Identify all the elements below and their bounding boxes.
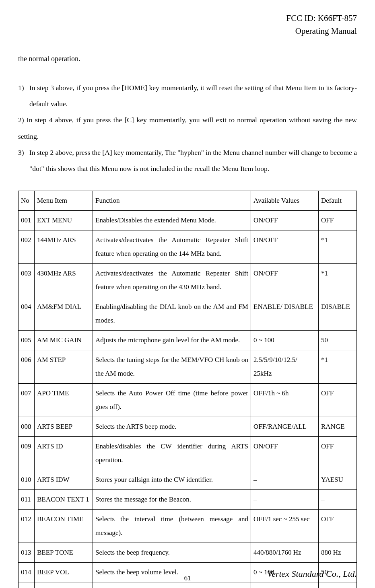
table-row: 003430MHz ARSActivates/deactivates the A… [19,264,357,297]
cell-menu-item: ARTS BEEP [35,417,93,437]
cell-default: *1 [319,230,357,264]
cell-function: Activates/deactivates the Automatic Repe… [93,264,251,297]
cell-no: 011 [19,490,35,510]
cell-available-values: 0 ~ 100 [251,331,319,350]
cell-default: *1 [319,264,357,297]
cell-menu-item: AM STEP [35,350,93,384]
cell-available-values: OFF/RANGE/ALL [251,417,319,437]
col-header-function: Function [93,191,251,211]
note-body: In step 3 above, if you press the [HOME]… [29,80,357,112]
cell-default: 0 Hz [319,582,357,588]
cell-function: Sets the Rx Carrier Point for LSB. [93,582,251,588]
cell-function: Selects the tuning steps for the MEM/VFO… [93,350,251,384]
cell-no: 010 [19,470,35,490]
cell-function: Selects the Auto Power Off time (time be… [93,384,251,417]
note-body: In step 2 above, press the [A] key momen… [29,144,357,177]
cell-menu-item: BEACON TIME [35,510,93,543]
cell-function: Enables/disables the CW identifier durin… [93,437,251,470]
cell-menu-item: 144MHz ARS [35,230,93,264]
cell-default: YAESU [319,470,357,490]
cell-menu-item: BEEP TONE [35,543,93,563]
page-header: FCC ID: K66FT-857 Operating Manual [18,12,357,37]
cell-available-values: –300 ~ +300 Hz [251,582,319,588]
cell-function: Enabling/disabling the DIAL knob on the … [93,297,251,331]
cell-available-values: ON/OFF [251,211,319,230]
table-row: 015CAR LSB RSets the Rx Carrier Point fo… [19,582,357,588]
col-header-default: Default [319,191,357,211]
cell-default: OFF [319,384,357,417]
cell-menu-item: CAR LSB R [35,582,93,588]
cell-default: RANGE [319,417,357,437]
table-row: 008ARTS BEEPSelects the ARTS beep mode.O… [19,417,357,437]
table-row: 010ARTS IDWStores your callsign into the… [19,470,357,490]
cell-default: OFF [319,211,357,230]
table-row: 005AM MIC GAINAdjusts the microphone gai… [19,331,357,350]
cell-available-values: ON/OFF [251,264,319,297]
intro-text: the normal operation. [18,51,357,67]
cell-default: OFF [319,510,357,543]
cell-menu-item: ARTS ID [35,437,93,470]
cell-function: Enables/Disables the extended Menu Mode. [93,211,251,230]
cell-function: Stores the message for the Beacon. [93,490,251,510]
cell-no: 001 [19,211,35,230]
cell-no: 009 [19,437,35,470]
fcc-id: FCC ID: K66FT-857 [18,12,357,25]
cell-no: 004 [19,297,35,331]
cell-available-values: – [251,490,319,510]
cell-function: Adjusts the microphone gain level for th… [93,331,251,350]
table-row: 011BEACON TEXT 1Stores the message for t… [19,490,357,510]
cell-function: Selects the interval time (between messa… [93,510,251,543]
cell-available-values: ON/OFF [251,437,319,470]
cell-no: 005 [19,331,35,350]
notes-list: 1) In step 3 above, if you press the [HO… [18,80,357,177]
note-number: 1) [18,80,29,112]
cell-menu-item: APO TIME [35,384,93,417]
cell-available-values: ON/OFF [251,230,319,264]
doc-subtitle: Operating Manual [18,25,357,38]
cell-default: *1 [319,350,357,384]
col-header-no: No [19,191,35,211]
cell-default: DISABLE [319,297,357,331]
cell-available-values: OFF/1 sec ~ 255 sec [251,510,319,543]
cell-no: 008 [19,417,35,437]
cell-menu-item: AM MIC GAIN [35,331,93,350]
table-row: 012BEACON TIMESelects the interval time … [19,510,357,543]
note-number: 3) [18,144,29,177]
table-row: 009ARTS IDEnables/disables the CW identi… [19,437,357,470]
cell-menu-item: ARTS IDW [35,470,93,490]
cell-no: 002 [19,230,35,264]
table-header-row: No Menu Item Function Available Values D… [19,191,357,211]
cell-no: 015 [19,582,35,588]
table-row: 001EXT MENUEnables/Disables the extended… [19,211,357,230]
cell-available-values: ENABLE/ DISABLE [251,297,319,331]
cell-available-values: 440/880/1760 Hz [251,543,319,563]
cell-no: 013 [19,543,35,563]
cell-function: Activates/deactivates the Automatic Repe… [93,230,251,264]
cell-menu-item: BEACON TEXT 1 [35,490,93,510]
col-header-menu: Menu Item [35,191,93,211]
cell-default: OFF [319,437,357,470]
cell-function: Selects the ARTS beep mode. [93,417,251,437]
cell-available-values: OFF/1h ~ 6h [251,384,319,417]
page-number: 61 [0,574,375,582]
table-row: 002144MHz ARSActivates/deactivates the A… [19,230,357,264]
cell-menu-item: AM&FM DIAL [35,297,93,331]
note-item-3: 3) In step 2 above, press the [A] key mo… [18,144,357,177]
note-item-2: 2) In step 4 above, if you press the [C]… [18,112,357,144]
table-row: 006AM STEPSelects the tuning steps for t… [19,350,357,384]
cell-function: Selects the beep frequency. [93,543,251,563]
cell-no: 012 [19,510,35,543]
cell-default: 50 [319,331,357,350]
col-header-values: Available Values [251,191,319,211]
cell-available-values: 2.5/5/9/10/12.5/ 25kHz [251,350,319,384]
cell-no: 006 [19,350,35,384]
cell-menu-item: EXT MENU [35,211,93,230]
table-row: 004AM&FM DIALEnabling/disabling the DIAL… [19,297,357,331]
note-item-1: 1) In step 3 above, if you press the [HO… [18,80,357,112]
cell-default: – [319,490,357,510]
cell-no: 003 [19,264,35,297]
cell-available-values: – [251,470,319,490]
table-row: 013BEEP TONESelects the beep frequency.4… [19,543,357,563]
cell-menu-item: 430MHz ARS [35,264,93,297]
menu-table: No Menu Item Function Available Values D… [18,191,357,588]
